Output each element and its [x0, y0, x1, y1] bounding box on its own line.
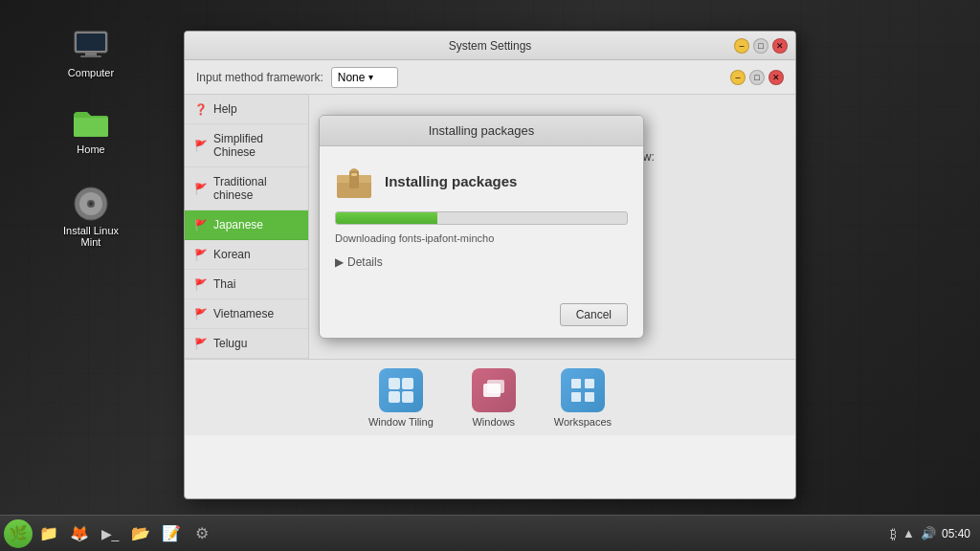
- dialog-titlebar: Installing packages: [320, 116, 643, 146]
- taskbar-firefox-button[interactable]: 🦊: [65, 519, 94, 548]
- sidebar-item-telugu[interactable]: 🚩 Telugu: [185, 329, 308, 359]
- details-toggle[interactable]: ▶ Details: [335, 255, 628, 269]
- progress-bar-fill: [336, 212, 437, 224]
- sidebar-item-traditional-chinese[interactable]: 🚩 Traditional chinese: [185, 167, 308, 210]
- volume-icon: 🔊: [921, 526, 936, 540]
- svg-rect-13: [402, 378, 413, 389]
- bluetooth-icon: ₿: [890, 526, 897, 541]
- svg-point-7: [89, 202, 93, 206]
- window-tiling-label: Window Tiling: [368, 416, 434, 428]
- flag-te-icon: 🚩: [194, 338, 208, 349]
- home-label: Home: [77, 143, 104, 155]
- clock-display: 05:40: [942, 527, 970, 540]
- dialog-main-title: Installing packages: [385, 173, 517, 189]
- taskbar: 🌿 📁 🦊 ▶_ 📂 📝 ⚙ ₿ ▲ 🔊: [0, 515, 980, 551]
- svg-rect-15: [402, 391, 413, 403]
- folder-icon: [72, 105, 110, 140]
- dropdown-arrow-icon: ▾: [368, 72, 373, 82]
- taskbar-terminal-button[interactable]: ▶_: [96, 519, 124, 548]
- folder-taskbar-icon: 📁: [39, 524, 58, 542]
- nemo-icon: 📂: [131, 524, 150, 542]
- inner-minimize-button[interactable]: –: [730, 70, 746, 85]
- taskbar-nemo-button[interactable]: 📂: [126, 519, 155, 548]
- system-settings-title: System Settings: [449, 39, 532, 53]
- package-icon: [335, 162, 373, 200]
- sidebar-item-simplified-chinese[interactable]: 🚩 Simplified Chinese: [185, 124, 308, 167]
- close-button[interactable]: ✕: [772, 38, 788, 54]
- flag-cn-icon: 🚩: [194, 140, 208, 151]
- sidebar-item-thai[interactable]: 🚩 Thai: [185, 270, 308, 299]
- svg-rect-14: [389, 391, 400, 403]
- svg-rect-17: [487, 380, 504, 393]
- main-content-panel: こんにちは To write in Hiragana, Katakana and…: [309, 95, 795, 359]
- svg-rect-1: [77, 33, 105, 51]
- input-method-bar-controls: – □ ✕: [730, 70, 784, 85]
- windows-label: Windows: [472, 416, 515, 428]
- computer-label: Computer: [68, 67, 114, 78]
- details-arrow-icon: ▶: [335, 255, 344, 269]
- sidebar: ❓ Help 🚩 Simplified Chinese 🚩 Traditiona…: [185, 95, 309, 359]
- svg-rect-18: [571, 379, 581, 388]
- dialog-overlay: Installing packages: [309, 95, 795, 359]
- system-settings-window: System Settings – □ ✕ Input method frame…: [184, 31, 796, 499]
- svg-rect-12: [389, 378, 400, 389]
- monitor-icon: [72, 29, 110, 63]
- minimize-button[interactable]: –: [734, 38, 749, 54]
- svg-rect-3: [80, 55, 101, 57]
- flag-kr-icon: 🚩: [194, 249, 208, 260]
- window-controls: – □ ✕: [734, 38, 788, 54]
- help-icon: ❓: [194, 103, 208, 115]
- sidebar-item-vietnamese[interactable]: 🚩 Vietnamese: [185, 299, 308, 329]
- inner-close-button[interactable]: ✕: [768, 70, 784, 85]
- desktop: Computer Home Install Linux Mint System …: [0, 0, 980, 551]
- installing-packages-dialog: Installing packages: [319, 115, 644, 339]
- taskbar-right: ₿ ▲ 🔊 05:40: [890, 526, 976, 541]
- wifi-icon: ▲: [902, 526, 915, 540]
- dock-item-window-tiling[interactable]: Window Tiling: [368, 368, 434, 428]
- flag-jp-icon: 🚩: [194, 219, 208, 231]
- desktop-icon-install-linux-mint[interactable]: Install Linux Mint: [57, 187, 124, 248]
- taskbar-notes-button[interactable]: 📝: [157, 519, 186, 548]
- svg-rect-2: [85, 53, 97, 55]
- inner-maximize-button[interactable]: □: [749, 70, 765, 85]
- svg-rect-21: [585, 392, 594, 402]
- flag-vn-icon: 🚩: [194, 308, 208, 320]
- dock-item-workspaces[interactable]: Workspaces: [554, 368, 612, 428]
- firefox-icon: 🦊: [70, 524, 89, 542]
- input-method-dropdown[interactable]: None ▾: [331, 67, 398, 88]
- terminal-icon: ▶_: [101, 526, 120, 541]
- sidebar-item-help[interactable]: ❓ Help: [185, 95, 308, 124]
- windows-icon: [472, 368, 516, 412]
- svg-rect-20: [571, 392, 581, 402]
- mint-logo-icon: 🌿: [9, 524, 28, 542]
- mint-menu-button[interactable]: 🌿: [4, 519, 33, 548]
- input-method-label: Input method framework:: [196, 71, 323, 84]
- content-area: ❓ Help 🚩 Simplified Chinese 🚩 Traditiona…: [185, 95, 795, 359]
- dialog-content: Installing packages Downloading fonts-ip…: [320, 146, 643, 296]
- flag-tw-icon: 🚩: [194, 183, 208, 194]
- desktop-icon-computer[interactable]: Computer: [57, 29, 124, 78]
- cancel-button[interactable]: Cancel: [560, 303, 628, 326]
- svg-rect-19: [585, 379, 594, 388]
- system-settings-titlebar[interactable]: System Settings – □ ✕: [185, 32, 795, 60]
- progress-bar-container: [335, 211, 628, 225]
- taskbar-file-manager-button[interactable]: 📁: [34, 519, 63, 548]
- dialog-header-row: Installing packages: [335, 162, 628, 200]
- dialog-footer: Cancel: [320, 296, 643, 338]
- taskbar-left: 🌿 📁 🦊 ▶_ 📂 📝 ⚙: [4, 519, 216, 548]
- workspaces-label: Workspaces: [554, 416, 612, 428]
- svg-rect-11: [351, 173, 357, 176]
- notes-icon: 📝: [162, 524, 181, 542]
- flag-th-icon: 🚩: [194, 278, 208, 290]
- gear-icon: ⚙: [195, 524, 209, 542]
- window-tiling-icon: [379, 368, 423, 412]
- dock-item-windows[interactable]: Windows: [472, 368, 516, 428]
- input-method-bar: Input method framework: None ▾ – □ ✕: [185, 60, 795, 95]
- maximize-button[interactable]: □: [753, 38, 768, 54]
- sidebar-item-korean[interactable]: 🚩 Korean: [185, 240, 308, 270]
- disc-icon: [72, 187, 110, 221]
- desktop-icon-home[interactable]: Home: [57, 105, 124, 155]
- sidebar-item-japanese[interactable]: 🚩 Japanese: [185, 210, 308, 240]
- taskbar-settings-button[interactable]: ⚙: [188, 519, 216, 548]
- workspaces-icon: [561, 368, 605, 412]
